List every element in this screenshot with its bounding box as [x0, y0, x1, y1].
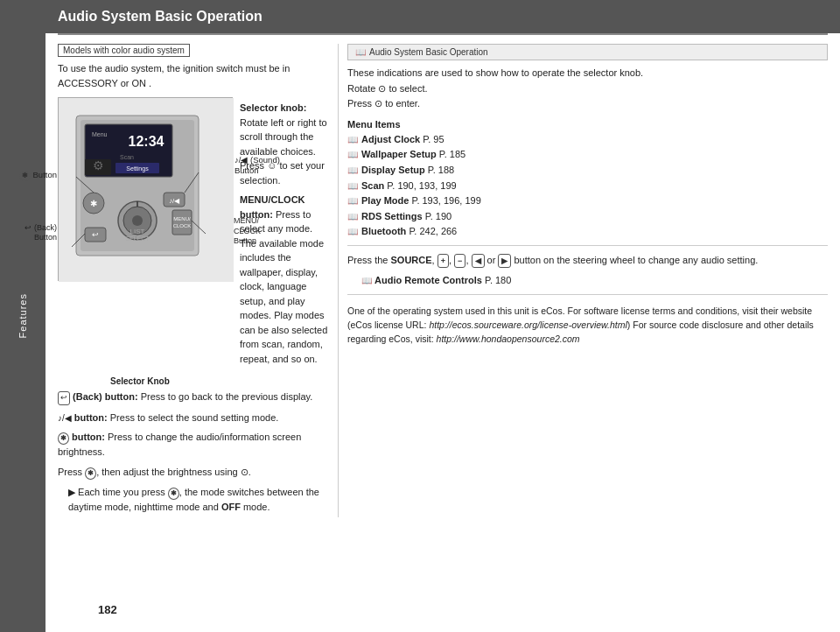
list-item: 📖 RDS Settings P. 190 [347, 209, 828, 225]
svg-text:LIST: LIST [130, 228, 145, 235]
info-header: 📖 Audio System Basic Operation [347, 44, 828, 60]
control-diagram: 12:34 Menu Scan Settings ⚙ ✱ [58, 97, 233, 281]
book-icon-3: 📖 [347, 164, 358, 178]
header-divider [58, 33, 828, 35]
svg-text:12:34: 12:34 [129, 134, 164, 149]
list-item: 📖 Wallpaper Setup P. 185 [347, 147, 828, 163]
license-text: One of the operating system used in this… [347, 304, 828, 347]
page-title: Audio System Basic Operation [46, 0, 840, 33]
info-line-2: Rotate ⊙ to select. [347, 81, 828, 97]
label-back-button: ↩ (Back)Button [15, 223, 57, 243]
list-item: 📖 Play Mode P. 193, 196, 199 [347, 193, 828, 209]
sidebar-label: Features [18, 293, 28, 338]
svg-point-17 [132, 215, 143, 226]
source-line: Press the SOURCE, +, −, ◀ or ▶ button on… [347, 253, 828, 268]
svg-text:⚙: ⚙ [93, 158, 104, 172]
desc-brightness: Press ✱, then adjust the brightness usin… [58, 465, 329, 480]
page-number: 182 [98, 603, 117, 616]
svg-text:CLOCK: CLOCK [173, 223, 192, 228]
audio-remote-controls: 📖 Audio Remote Controls P. 180 [347, 273, 828, 289]
sidebar: Features [0, 0, 46, 632]
list-item: 📖 Scan P. 190, 193, 199 [347, 179, 828, 194]
book-icon-remote: 📖 [361, 276, 372, 285]
right-column: 📖 Audio System Basic Operation These ind… [338, 44, 828, 517]
svg-text:Scan: Scan [120, 154, 134, 160]
page-container: Features Audio System Basic Operation Mo… [0, 0, 840, 632]
book-icon-6: 📖 [347, 210, 358, 224]
content-body: Models with color audio system To use th… [46, 44, 840, 517]
svg-text:Settings: Settings [126, 165, 149, 172]
desc-music-button: ♪/◀ button: Press to select the sound se… [58, 411, 329, 425]
menu-items-list: 📖 Adjust Clock P. 95 📖 Wallpaper Setup P… [347, 132, 828, 240]
intro-text: To use the audio system, the ignition sw… [58, 61, 329, 90]
svg-text:♪/◀: ♪/◀ [169, 197, 180, 205]
divider-2 [347, 294, 828, 295]
book-icon-1: 📖 [347, 133, 358, 147]
book-icon: 📖 [355, 47, 366, 57]
svg-text:Menu: Menu [92, 131, 108, 137]
info-line-3: Press ⊙ to enter. [347, 96, 828, 112]
svg-rect-21 [172, 210, 192, 235]
desc-star-button: ✱ button: Press to change the audio/info… [58, 430, 329, 460]
book-icon-2: 📖 [347, 148, 358, 162]
label-menu-clock: MENU/CLOCKButton [234, 216, 289, 247]
book-icon-7: 📖 [347, 225, 358, 239]
svg-text:✱: ✱ [90, 199, 97, 208]
selector-knob-label: Selector Knob [58, 376, 329, 386]
list-item: 📖 Adjust Clock P. 95 [347, 132, 828, 148]
desc-mode: ▶ Each time you press ✱, the mode switch… [58, 485, 329, 515]
divider [347, 245, 828, 246]
left-column: Models with color audio system To use th… [58, 44, 329, 517]
svg-text:SELECT: SELECT [125, 235, 150, 242]
book-icon-4: 📖 [347, 179, 358, 193]
main-content: Audio System Basic Operation Models with… [46, 0, 840, 632]
svg-text:↩: ↩ [92, 230, 99, 239]
list-item: 📖 Display Setup P. 188 [347, 163, 828, 179]
list-item: 📖 Bluetooth P. 242, 266 [347, 224, 828, 240]
menu-items-header: Menu Items [347, 119, 828, 130]
info-line-1: These indications are used to show how t… [347, 66, 828, 81]
svg-text:MENU/: MENU/ [173, 216, 191, 221]
label-star-button: ✱ Button [17, 170, 57, 181]
label-sound-button: ♪/◀ (Sound)Button [234, 155, 291, 177]
book-icon-5: 📖 [347, 194, 358, 208]
models-badge: Models with color audio system [58, 44, 190, 57]
diagram-svg: 12:34 Menu Scan Settings ⚙ ✱ [59, 98, 234, 282]
desc-back-button: ↩ (Back) button: Press to go back to the… [58, 390, 329, 405]
info-box-content: These indications are used to show how t… [347, 66, 828, 112]
